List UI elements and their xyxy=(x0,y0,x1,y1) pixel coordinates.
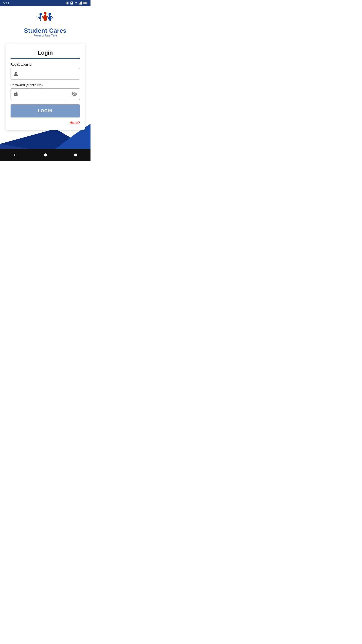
logo-text: Student Cares Power of Real Time xyxy=(24,27,66,37)
login-card: Login Registration Id Password (Mobile N… xyxy=(6,44,85,130)
help-row: Help? xyxy=(11,120,80,125)
title-divider xyxy=(11,58,80,59)
toggle-password-button[interactable] xyxy=(69,91,80,97)
logo-section: Student Cares Power of Real Time xyxy=(24,6,66,39)
svg-rect-9 xyxy=(87,3,87,4)
back-icon xyxy=(13,153,17,157)
lock-icon xyxy=(11,92,21,97)
recent-icon xyxy=(74,153,78,157)
eye-off-icon xyxy=(72,91,77,97)
status-time: 5:11 xyxy=(3,1,9,5)
help-link[interactable]: Help? xyxy=(70,120,80,125)
svg-rect-4 xyxy=(79,3,79,5)
logo-graphic xyxy=(35,11,55,26)
main-content: Student Cares Power of Real Time Login R… xyxy=(0,6,90,149)
password-input[interactable] xyxy=(21,89,69,100)
status-bar: 5:11 xyxy=(0,0,90,6)
svg-rect-24 xyxy=(74,154,77,156)
recent-button[interactable] xyxy=(69,151,83,159)
registration-input-wrap xyxy=(11,68,80,79)
password-input-wrap xyxy=(11,88,80,100)
svg-line-22 xyxy=(52,17,53,18)
notification-icon xyxy=(65,1,69,5)
wifi-icon xyxy=(74,2,78,5)
card-title: Login xyxy=(11,50,80,56)
svg-rect-3 xyxy=(71,2,72,4)
battery-icon xyxy=(83,2,87,5)
svg-rect-10 xyxy=(83,3,86,4)
svg-rect-7 xyxy=(81,2,82,5)
card-title-wrap: Login xyxy=(11,50,80,59)
app-name: Student Cares xyxy=(24,27,66,34)
app-tagline: Power of Real Time xyxy=(34,34,57,37)
registration-label: Registration Id xyxy=(11,63,80,66)
svg-rect-5 xyxy=(80,3,80,5)
svg-rect-6 xyxy=(80,2,81,5)
home-icon xyxy=(43,153,48,157)
bottom-nav xyxy=(0,149,90,161)
svg-line-21 xyxy=(47,17,48,18)
home-button[interactable] xyxy=(38,151,53,159)
signal-icon xyxy=(79,1,82,5)
svg-point-17 xyxy=(44,12,47,14)
status-icons xyxy=(65,1,87,5)
sim-icon xyxy=(70,1,73,5)
svg-line-15 xyxy=(38,17,39,18)
svg-point-23 xyxy=(44,153,47,156)
login-button[interactable]: LOGIN xyxy=(11,104,80,117)
registration-input[interactable] xyxy=(21,68,80,79)
person-icon xyxy=(11,71,21,76)
password-label: Password (Mobile No) xyxy=(11,83,80,87)
back-button[interactable] xyxy=(8,151,22,159)
svg-point-0 xyxy=(66,2,68,4)
